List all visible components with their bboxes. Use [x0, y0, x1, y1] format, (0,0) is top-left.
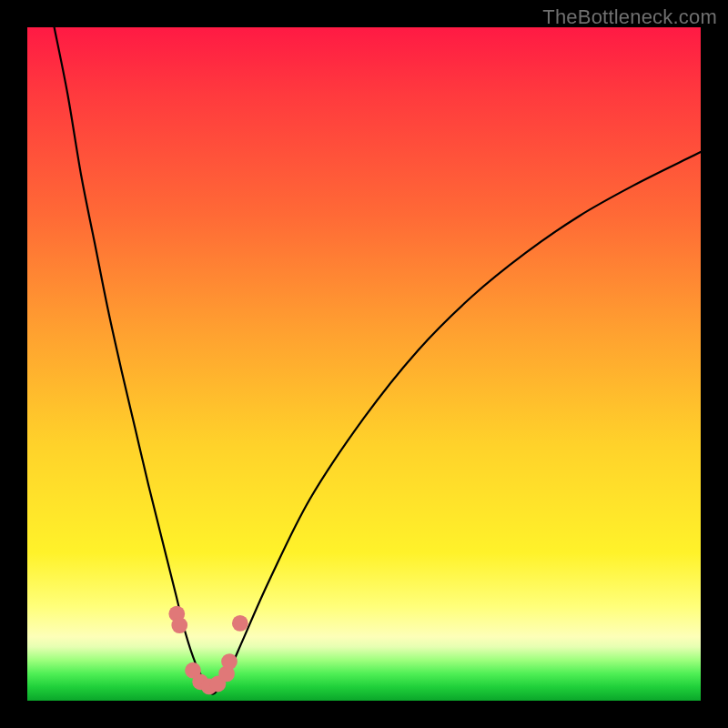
plot-area: [27, 27, 701, 701]
chart-frame: TheBottleneck.com: [0, 0, 728, 728]
data-marker: [221, 653, 238, 670]
data-markers: [168, 606, 248, 695]
watermark-text: TheBottleneck.com: [542, 5, 717, 29]
curve-layer: [27, 27, 701, 701]
bottleneck-curve: [55, 27, 701, 694]
data-marker: [232, 615, 248, 632]
data-marker: [171, 617, 187, 633]
